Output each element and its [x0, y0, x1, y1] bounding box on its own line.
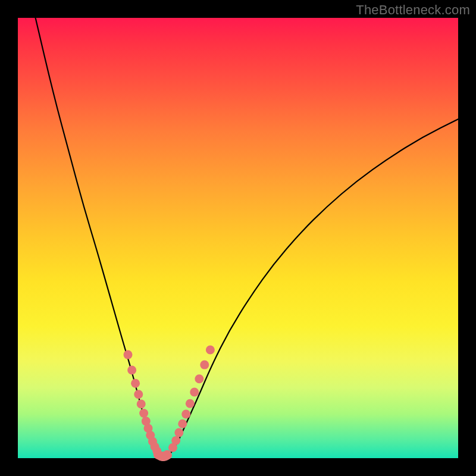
marker-left-dots: [134, 390, 143, 399]
chart-svg: [18, 18, 458, 458]
curves-group: [36, 18, 458, 458]
marker-right-dots: [195, 374, 203, 383]
marker-left-dots: [137, 399, 146, 408]
marker-right-dots: [190, 388, 199, 397]
marker-left-dots: [127, 366, 136, 375]
marker-right-dots: [178, 419, 187, 428]
marker-left-dots: [124, 350, 133, 359]
marker-right-dots: [206, 345, 215, 354]
watermark-text: TheBottleneck.com: [356, 2, 470, 18]
marker-right-dots: [174, 428, 183, 437]
marker-bottom-dots: [162, 450, 171, 459]
marker-right-dots: [181, 410, 190, 419]
markers-group: [124, 345, 215, 460]
marker-right-dots: [171, 436, 180, 445]
chart-frame: TheBottleneck.com: [0, 0, 476, 476]
marker-right-dots: [186, 399, 195, 408]
marker-right-dots: [200, 361, 209, 369]
series-right-curve: [168, 119, 458, 457]
marker-left-dots: [139, 409, 148, 418]
plot-area: [18, 18, 458, 458]
marker-left-dots: [131, 379, 140, 388]
